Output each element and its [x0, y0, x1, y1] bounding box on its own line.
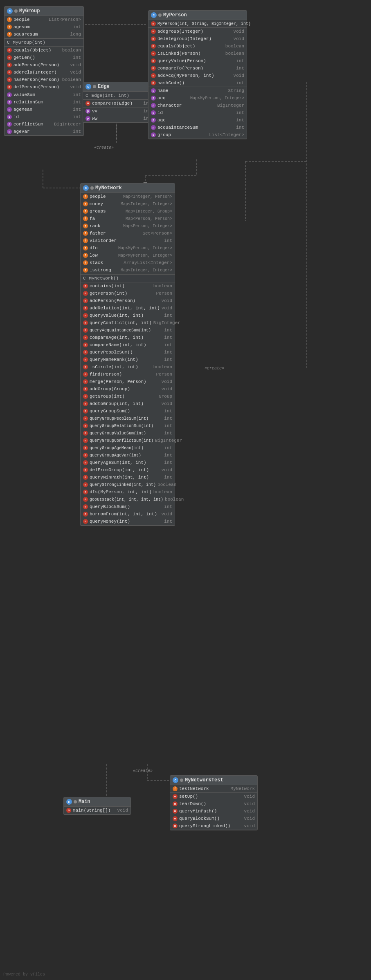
table-row: m addtoGroup(int, int) void	[81, 400, 175, 407]
table-row: m queryGroupValueSum(int) int	[81, 430, 175, 437]
method-icon: m	[151, 73, 156, 78]
field-name: father	[90, 231, 141, 236]
attr-icon: p	[151, 103, 156, 108]
field-type: List<Person>	[49, 17, 81, 22]
field-name: addAcq(MyPerson, int)	[157, 73, 232, 78]
field-name: queryBlockSum()	[90, 504, 162, 509]
table-row: m queryValue(int, int) int	[81, 312, 175, 319]
field-type: void	[244, 809, 255, 814]
method-icon: m	[151, 44, 156, 49]
field-name: addrela(Integer)	[13, 70, 69, 75]
field-name: borrowFrom(int, int, int)	[90, 512, 160, 517]
field-name: queryValue(int, int)	[90, 313, 162, 318]
table-row: m queryPeopleSum() int	[81, 349, 175, 356]
method-icon: m	[7, 70, 12, 75]
mynetwork-box: C MyNetwork f people Map<Integer, Person…	[80, 183, 175, 526]
table-row: m queryGroupRelationSum(int) int	[81, 422, 175, 430]
method-icon: m	[83, 490, 88, 494]
field-type: Map<MyPerson, Integer>	[118, 253, 172, 258]
table-row: m MyPerson(int, String, BigInteger, int)	[148, 20, 247, 27]
field-name: queryConflict(int, int)	[90, 320, 152, 325]
field-type: List<Integer>	[209, 132, 244, 137]
field-name: compareName(int, int)	[90, 342, 162, 347]
table-row: m setUp() void	[170, 793, 257, 800]
field-name: queryStrongLinked()	[179, 823, 243, 828]
field-type: int	[164, 519, 172, 524]
table-row: p name String	[148, 87, 247, 94]
method-icon: m	[83, 401, 88, 406]
method-icon: m	[66, 808, 71, 813]
field-type: void	[70, 85, 81, 89]
field-name: rank	[90, 224, 121, 228]
field-icon: f	[7, 32, 12, 37]
table-row: m main(String[]) void	[64, 807, 130, 814]
myperson-box: C MyPerson m MyPerson(int, String, BigIn…	[148, 10, 247, 139]
table-row: m queryAgeSum(int, int) int	[81, 459, 175, 466]
field-type: void	[162, 387, 172, 392]
method-icon: m	[83, 431, 88, 436]
field-type: void	[244, 794, 255, 799]
field-type: int	[236, 110, 244, 115]
constructor-label: MyNetwork()	[89, 276, 119, 281]
table-row: m queryGroupAgeMean(int) int	[81, 444, 175, 452]
method-icon: m	[83, 416, 88, 421]
attr-icon: p	[7, 100, 12, 105]
field-type: BigInteger	[54, 122, 81, 127]
mynetworktest-methods: m setUp() void m tearDown() void m query…	[170, 793, 257, 830]
field-name: queryPeopleSum()	[90, 350, 162, 355]
table-row: f people Map<Integer, Person>	[81, 193, 175, 200]
field-name: isCircle(int, int)	[90, 365, 152, 369]
method-icon: m	[83, 298, 88, 303]
method-icon: m	[83, 335, 88, 340]
table-row: f fa Map<Person, Person>	[81, 215, 175, 222]
mynetwork-class-icon: C	[83, 185, 89, 191]
table-row: f rank Map<Person, Integer>	[81, 222, 175, 230]
field-type: int	[164, 475, 172, 480]
field-name: low	[90, 253, 117, 258]
attr-icon: p	[151, 96, 156, 101]
field-type: Map<Integer, Person>	[123, 195, 172, 199]
field-type: int	[236, 58, 244, 63]
method-icon: m	[83, 482, 88, 487]
table-row: f testNetwork MyNetwork	[170, 785, 257, 792]
method-icon: m	[83, 372, 88, 377]
edge-header: C Edge	[83, 82, 154, 92]
method-icon: m	[151, 58, 156, 63]
field-type: BigInteger	[153, 320, 180, 325]
table-row: f agesum int	[4, 23, 83, 31]
watermark: Powered by yFiles	[3, 972, 45, 977]
field-icon: f	[83, 231, 88, 236]
edge-constructor-header: C Edge(int, int)	[83, 92, 154, 100]
field-type: void	[117, 808, 128, 813]
table-row: m hasPerson(Person) boolean	[4, 76, 83, 83]
field-name: isLinked(Person)	[157, 51, 224, 56]
table-row: m queryAcquaintanceSum(int) int	[81, 327, 175, 334]
field-type: void	[70, 70, 81, 75]
field-name: equals(Object)	[13, 48, 61, 53]
method-icon: m	[151, 66, 156, 71]
field-name: delFromGroup(int, int)	[90, 468, 160, 472]
field-name: money	[90, 201, 119, 206]
myperson-header: C MyPerson	[148, 11, 247, 20]
table-row: f low Map<MyPerson, Integer>	[81, 252, 175, 259]
table-row: f visitorder int	[81, 237, 175, 244]
field-type: boolean	[165, 497, 184, 502]
field-icon: f	[7, 25, 12, 29]
field-name: getPerson(int)	[90, 291, 154, 296]
mygroup-header: C MyGroup	[4, 7, 83, 16]
mygroup-title: MyGroup	[19, 8, 40, 14]
field-type: Map<MyPerson, Integer>	[118, 246, 172, 251]
mygroup-attrs: p valueSum int p relationSum int p ageMe…	[4, 91, 83, 136]
method-icon: m	[83, 306, 88, 311]
field-name: testNetwork	[179, 786, 229, 791]
field-name: queryGroupAgeMean(int)	[90, 446, 162, 450]
field-name: MyPerson(int, String, BigInteger, int)	[157, 22, 251, 26]
field-icon: f	[83, 216, 88, 221]
field-type: int	[164, 445, 172, 450]
field-type: int	[236, 81, 244, 85]
field-type: int	[236, 66, 244, 71]
table-row: p conflictSum BigInteger	[4, 121, 83, 128]
field-name: queryStrongLinked(int, int)	[90, 483, 156, 487]
method-icon: m	[151, 51, 156, 56]
field-type: int	[164, 335, 172, 340]
